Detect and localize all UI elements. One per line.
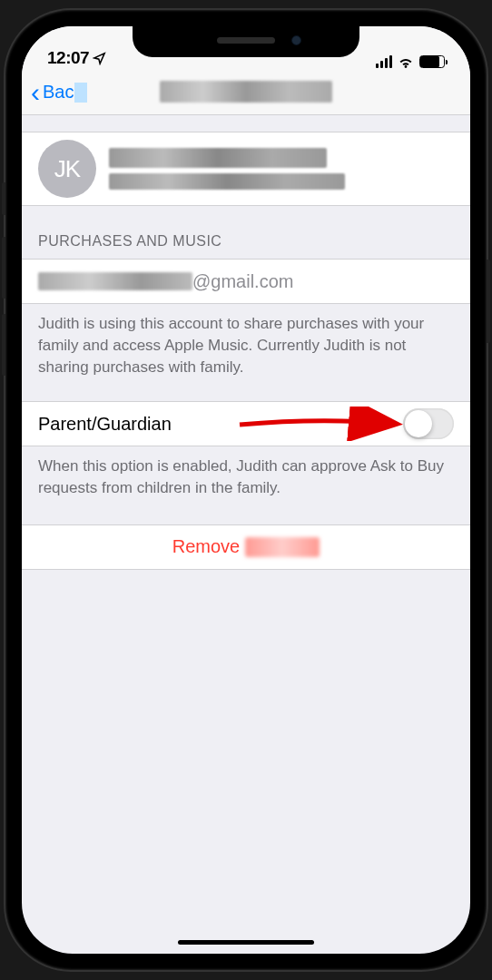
cellular-signal-icon <box>376 55 393 68</box>
nav-title <box>160 81 332 103</box>
notch <box>133 26 359 57</box>
purchases-footer: Judith is using this account to share pu… <box>22 304 470 377</box>
remove-name-redacted <box>245 537 320 557</box>
back-label: Bac <box>43 82 74 103</box>
chevron-left-icon: ‹ <box>31 79 40 106</box>
profile-row: JK <box>22 132 470 206</box>
location-icon <box>93 52 106 65</box>
wifi-icon <box>398 56 414 68</box>
remove-label: Remove <box>172 536 240 557</box>
parent-guardian-footer: When this option is enabled, Judith can … <box>22 446 470 499</box>
status-time: 12:07 <box>47 48 89 68</box>
battery-icon <box>419 55 445 68</box>
iphone-frame: 12:07 ‹ Bac <box>5 10 487 970</box>
avatar: JK <box>38 140 96 198</box>
apple-id-email-row[interactable]: @gmail.com <box>22 259 470 304</box>
home-indicator[interactable] <box>178 940 314 945</box>
annotation-arrow <box>231 407 412 441</box>
section-header-purchases: PURCHASES AND MUSIC <box>22 206 470 259</box>
screen: 12:07 ‹ Bac <box>22 26 470 954</box>
parent-guardian-row: Parent/Guardian <box>22 401 470 446</box>
parent-guardian-toggle[interactable] <box>403 408 454 439</box>
parent-guardian-label: Parent/Guardian <box>38 414 172 435</box>
email-redacted <box>38 272 192 290</box>
navigation-bar: ‹ Bac <box>22 70 470 115</box>
profile-redacted <box>109 148 454 190</box>
remove-button[interactable]: Remove <box>22 524 470 570</box>
back-button[interactable]: ‹ Bac <box>31 79 87 106</box>
email-suffix: @gmail.com <box>192 271 293 292</box>
